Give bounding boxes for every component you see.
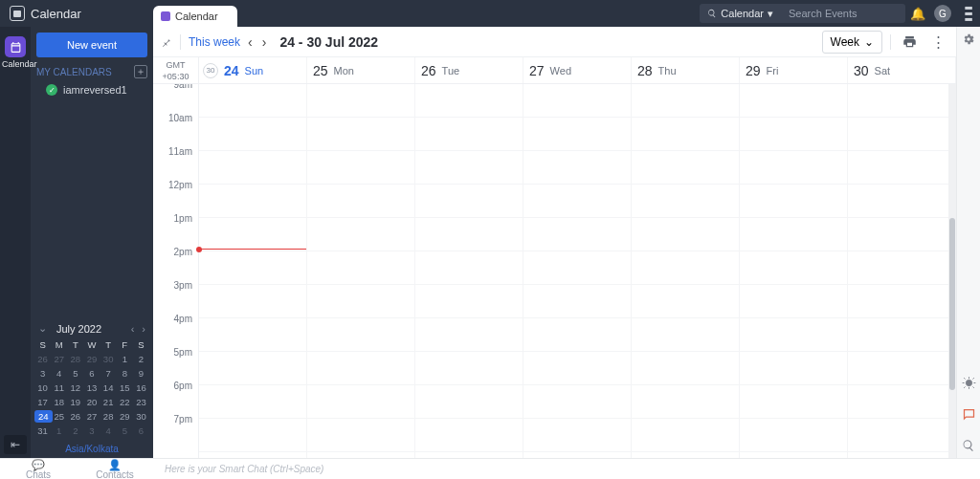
mini-day[interactable]: 1 xyxy=(51,424,67,438)
time-slot[interactable] xyxy=(199,419,306,452)
time-slot[interactable] xyxy=(848,84,955,118)
mini-day[interactable]: 4 xyxy=(51,366,67,381)
time-slot[interactable] xyxy=(740,385,847,419)
time-slot[interactable] xyxy=(632,285,739,318)
mini-day[interactable]: 27 xyxy=(51,352,67,366)
rail-app-calendar[interactable]: Calendar xyxy=(2,31,29,71)
day-column[interactable] xyxy=(523,84,632,458)
mini-day[interactable]: 28 xyxy=(67,352,83,366)
mini-day[interactable]: 19 xyxy=(67,395,83,409)
day-column[interactable] xyxy=(199,84,307,458)
mini-day[interactable]: 22 xyxy=(117,395,133,409)
day-column[interactable] xyxy=(632,84,740,458)
time-slot[interactable] xyxy=(307,84,414,118)
time-slot[interactable] xyxy=(740,185,847,218)
time-slot[interactable] xyxy=(740,251,847,285)
account-avatar[interactable]: G xyxy=(930,0,955,27)
time-slot[interactable] xyxy=(523,419,631,452)
time-slot[interactable] xyxy=(740,151,847,185)
mini-day[interactable]: 15 xyxy=(117,381,133,395)
time-slot[interactable] xyxy=(415,285,523,318)
mini-day[interactable]: 3 xyxy=(34,366,51,381)
settings-button[interactable] xyxy=(962,33,975,46)
time-slot[interactable] xyxy=(199,385,306,419)
time-slot[interactable] xyxy=(632,419,739,452)
time-slot[interactable] xyxy=(740,118,847,151)
time-slot[interactable] xyxy=(523,285,631,318)
this-week-link[interactable]: This week xyxy=(189,35,240,49)
theme-toggle[interactable] xyxy=(962,376,976,390)
mini-day[interactable]: 30 xyxy=(133,409,149,424)
time-slot[interactable] xyxy=(415,84,523,118)
mini-day[interactable]: 10 xyxy=(34,381,51,395)
time-slot[interactable] xyxy=(415,251,523,285)
mini-day[interactable]: 5 xyxy=(67,366,83,381)
week-grid[interactable]: 9am10am11am12pm1pm2pm3pm4pm5pm6pm7pm xyxy=(153,84,956,458)
print-button[interactable] xyxy=(899,34,920,49)
time-slot[interactable] xyxy=(199,185,306,218)
time-slot[interactable] xyxy=(199,352,306,385)
time-slot[interactable] xyxy=(740,352,847,385)
day-header-cell[interactable]: 26Tue xyxy=(415,57,523,83)
mini-day[interactable]: 31 xyxy=(34,424,51,438)
notifications-button[interactable]: 🔔 xyxy=(905,0,930,27)
mini-day[interactable]: 9 xyxy=(133,366,149,381)
time-slot[interactable] xyxy=(199,285,306,318)
mini-day[interactable]: 26 xyxy=(34,352,51,366)
time-slot[interactable] xyxy=(307,218,414,251)
time-slot[interactable] xyxy=(307,385,414,419)
mini-day[interactable]: 29 xyxy=(117,409,133,424)
scroll-thumb[interactable] xyxy=(949,218,955,390)
mini-day[interactable]: 25 xyxy=(51,409,67,424)
time-slot[interactable] xyxy=(632,185,739,218)
time-slot[interactable] xyxy=(415,218,523,251)
time-slot[interactable] xyxy=(415,185,523,218)
time-slot[interactable] xyxy=(199,318,306,352)
time-slot[interactable] xyxy=(199,151,306,185)
mini-day[interactable]: 18 xyxy=(51,395,67,409)
time-slot[interactable] xyxy=(199,84,306,118)
time-slot[interactable] xyxy=(523,84,631,118)
mini-day[interactable]: 14 xyxy=(100,381,117,395)
time-slot[interactable] xyxy=(848,151,955,185)
mini-day[interactable]: 1 xyxy=(117,352,133,366)
time-slot[interactable] xyxy=(523,118,631,151)
time-slot[interactable] xyxy=(307,419,414,452)
mini-day[interactable]: 13 xyxy=(83,381,100,395)
day-column[interactable] xyxy=(848,84,956,458)
time-slot[interactable] xyxy=(848,218,955,251)
time-slot[interactable] xyxy=(632,318,739,352)
timezone-link[interactable]: Asia/Kolkata xyxy=(31,442,153,458)
time-slot[interactable] xyxy=(307,118,414,151)
calendar-item[interactable]: ✓ iamreversed1 xyxy=(31,80,153,99)
mini-day[interactable]: 2 xyxy=(67,424,83,438)
mini-day[interactable]: 23 xyxy=(133,395,149,409)
mini-day[interactable]: 29 xyxy=(83,352,100,366)
mini-day[interactable]: 20 xyxy=(83,395,100,409)
mini-day[interactable]: 12 xyxy=(67,381,83,395)
mini-day[interactable]: 2 xyxy=(133,352,149,366)
search-scope-dropdown[interactable]: Calendar ▾ xyxy=(700,4,781,23)
app-switcher[interactable]: ▪▪▪▪▪▪▪▪▪ xyxy=(955,0,980,27)
mini-day[interactable]: 7 xyxy=(100,366,117,381)
mini-day[interactable]: 16 xyxy=(133,381,149,395)
mini-day[interactable]: 6 xyxy=(133,424,149,438)
time-slot[interactable] xyxy=(415,318,523,352)
time-slot[interactable] xyxy=(523,385,631,419)
time-slot[interactable] xyxy=(307,251,414,285)
more-menu-button[interactable]: ⋮ xyxy=(927,33,948,51)
mini-day[interactable]: 30 xyxy=(100,352,117,366)
time-slot[interactable] xyxy=(848,251,955,285)
add-calendar-button[interactable]: ＋ xyxy=(134,65,147,78)
time-slot[interactable] xyxy=(307,352,414,385)
mini-day[interactable]: 8 xyxy=(117,366,133,381)
bottom-chats[interactable]: 💬 Chats xyxy=(0,459,77,479)
day-column[interactable] xyxy=(740,84,848,458)
mini-day[interactable]: 3 xyxy=(83,424,100,438)
mini-collapse-icon[interactable]: ⌄ xyxy=(38,322,47,335)
time-slot[interactable] xyxy=(632,385,739,419)
day-column[interactable] xyxy=(415,84,523,458)
time-slot[interactable] xyxy=(632,84,739,118)
time-slot[interactable] xyxy=(523,352,631,385)
prev-week-button[interactable]: ‹ xyxy=(248,34,253,50)
